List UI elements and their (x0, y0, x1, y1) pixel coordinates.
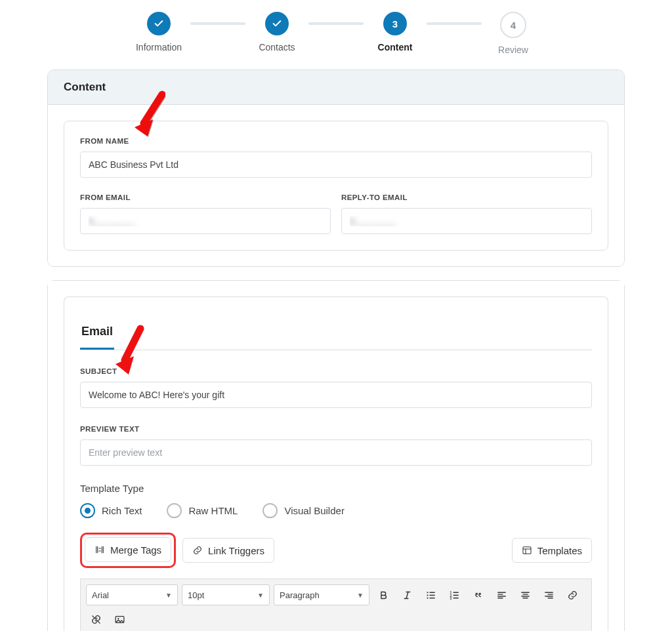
insert-image-button[interactable] (110, 609, 129, 629)
button-label: Templates (537, 545, 582, 556)
unlink-button[interactable] (86, 609, 106, 629)
button-label: Merge Tags (110, 544, 161, 556)
svg-text:3: 3 (450, 596, 452, 600)
blockquote-button[interactable] (468, 585, 488, 605)
svg-point-10 (117, 618, 119, 619)
bold-button[interactable] (373, 585, 393, 605)
ordered-list-button[interactable]: 123 (444, 585, 464, 605)
radio-label: Rich Text (102, 505, 142, 516)
step-content[interactable]: 3 Content (364, 12, 427, 52)
email-tabs: Email (80, 313, 592, 350)
link-triggers-button[interactable]: Link Triggers (182, 538, 274, 563)
templates-icon (522, 545, 532, 556)
caret-down-icon: ▼ (357, 592, 364, 599)
italic-button[interactable] (397, 585, 417, 605)
merge-tags-icon (94, 544, 105, 555)
unordered-list-button[interactable] (421, 585, 440, 605)
select-value: 10pt (188, 590, 204, 600)
svg-point-4 (427, 594, 428, 596)
radio-label: Raw HTML (188, 505, 238, 516)
caret-down-icon: ▼ (257, 592, 264, 599)
font-size-select[interactable]: 10pt▼ (182, 584, 270, 605)
radio-dot-icon (262, 503, 278, 518)
select-value: Arial (92, 590, 109, 600)
check-icon (147, 12, 171, 35)
insert-link-button[interactable] (562, 585, 582, 605)
radio-visual-builder[interactable]: Visual Builder (262, 503, 344, 518)
radio-label: Visual Builder (284, 505, 344, 516)
email-card: Email SUBJECT PREVIEW TEXT Template Type… (64, 296, 608, 631)
from-email-input[interactable] (80, 208, 331, 234)
merge-tags-button[interactable]: Merge Tags (85, 537, 171, 562)
subject-label: SUBJECT (80, 367, 592, 375)
from-name-label: FROM NAME (80, 137, 592, 145)
step-contacts[interactable]: Contacts (245, 12, 308, 52)
align-center-button[interactable] (515, 585, 535, 605)
step-label: Information (136, 42, 182, 52)
svg-point-3 (427, 592, 428, 593)
font-family-select[interactable]: Arial▼ (86, 584, 178, 605)
templates-button[interactable]: Templates (512, 538, 592, 563)
radio-rich-text[interactable]: Rich Text (80, 503, 142, 518)
panel-title: Content (48, 70, 624, 105)
radio-dot-icon (167, 503, 182, 518)
from-email-label: FROM EMAIL (80, 193, 331, 201)
tab-email[interactable]: Email (80, 313, 114, 350)
align-left-button[interactable] (492, 585, 511, 605)
check-icon (265, 12, 289, 35)
step-label: Review (498, 45, 528, 55)
block-format-select[interactable]: Paragraph▼ (274, 584, 369, 605)
caret-down-icon: ▼ (165, 592, 172, 599)
radio-raw-html[interactable]: Raw HTML (167, 503, 238, 518)
step-number: 3 (383, 12, 407, 35)
step-connector (308, 22, 364, 25)
step-label: Contacts (259, 42, 295, 52)
from-name-input[interactable] (80, 152, 592, 178)
reply-to-label: REPLY-TO EMAIL (341, 193, 592, 201)
svg-rect-2 (523, 547, 531, 554)
radio-dot-icon (80, 503, 95, 518)
select-value: Paragraph (280, 590, 320, 600)
step-number: 4 (500, 12, 526, 38)
preview-text-label: PREVIEW TEXT (80, 425, 592, 433)
sender-card: FROM NAME FROM EMAIL REPLY-TO EMAIL (64, 121, 608, 251)
step-connector (190, 22, 245, 25)
subject-input[interactable] (80, 382, 592, 408)
step-information[interactable]: Information (127, 12, 190, 52)
wizard-stepper: Information Contacts 3 Content 4 Review (0, 12, 672, 55)
reply-to-input[interactable] (341, 208, 592, 234)
preview-text-input[interactable] (80, 439, 592, 466)
editor-toolbar: Arial▼ 10pt▼ Paragraph▼ 123 (81, 579, 591, 631)
align-right-button[interactable] (539, 585, 558, 605)
content-panel: Content FROM NAME FROM EMAIL (47, 70, 625, 267)
step-review[interactable]: 4 Review (482, 12, 545, 55)
svg-point-5 (427, 597, 428, 598)
button-label: Link Triggers (208, 545, 264, 556)
step-connector (427, 22, 482, 25)
step-label: Content (378, 42, 413, 52)
template-type-radios: Rich Text Raw HTML Visual Builder (80, 503, 592, 518)
email-panel: Email SUBJECT PREVIEW TEXT Template Type… (47, 280, 625, 631)
link-icon (192, 545, 203, 556)
template-type-label: Template Type (80, 483, 592, 494)
annotation-highlight: Merge Tags (80, 533, 176, 568)
rich-text-editor: Arial▼ 10pt▼ Paragraph▼ 123 (80, 579, 592, 631)
